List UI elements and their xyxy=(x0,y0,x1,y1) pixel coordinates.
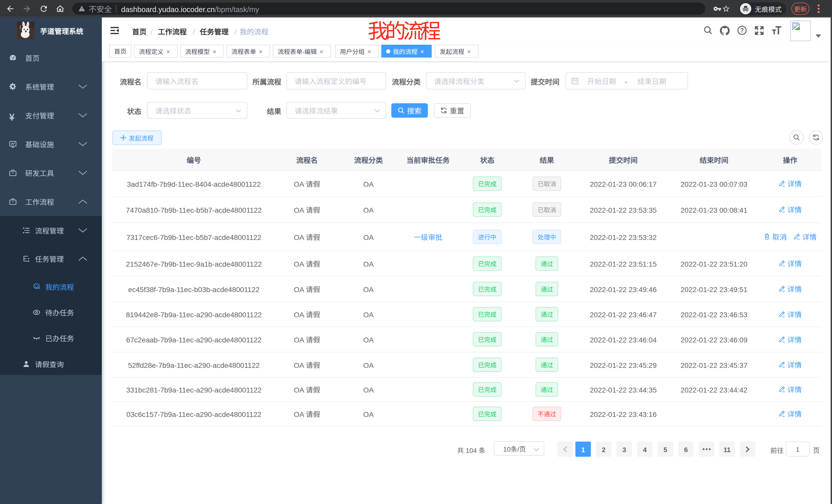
svg-text:?: ? xyxy=(740,27,744,34)
